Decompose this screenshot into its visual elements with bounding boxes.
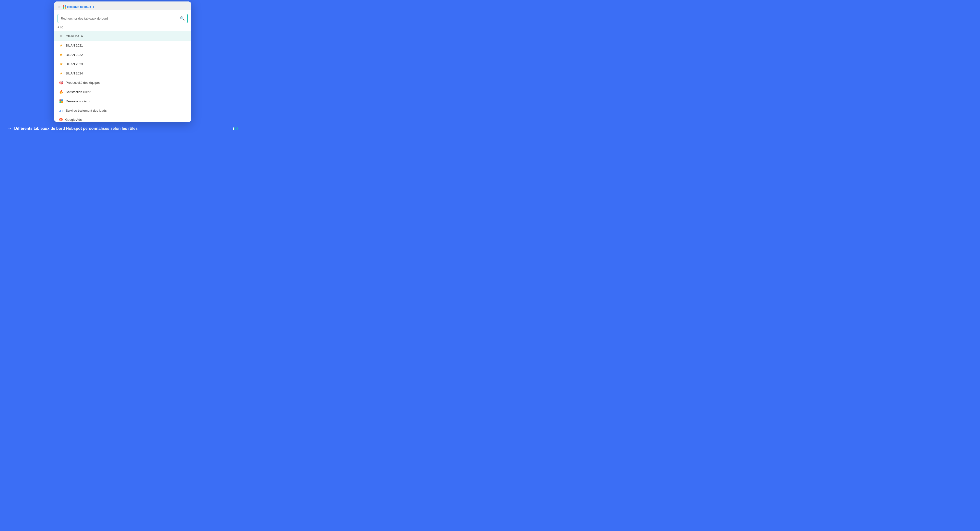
browser-window: ☆ Réseaux sociaux ▼ 🔍 + R [54, 2, 191, 122]
dropdown-item-bilan-2022[interactable]: ★BILAN 2022 [54, 50, 191, 59]
item-label: Productivité des équipes [66, 81, 100, 85]
window-wrapper: ☆ Réseaux sociaux ▼ 🔍 + R [54, 2, 191, 122]
footer-label: Différents tableaux de bord Hubspot pers… [14, 126, 138, 131]
search-input[interactable] [58, 15, 178, 22]
dropdown-item-suivi-leads[interactable]: Suivi du traitement des leads [54, 106, 191, 115]
logo-excl: D [234, 125, 238, 132]
bookmark-icon: ☆ [57, 5, 61, 9]
dropdown-item-reseaux-sociaux[interactable]: Réseaux sociaux [54, 97, 191, 106]
bar-chart-icon [59, 108, 64, 113]
item-label: Réseaux sociaux [66, 99, 90, 103]
item-label: BILAN 2021 [66, 44, 83, 47]
search-button[interactable]: 🔍 [178, 14, 187, 23]
grid-icon [59, 99, 64, 104]
star-icon: ★ [59, 62, 64, 66]
footer: → Différents tableaux de bord Hubspot pe… [0, 122, 245, 133]
search-box: 🔍 [57, 14, 188, 23]
dropdown-item-bilan-2023[interactable]: ★BILAN 2023 [54, 59, 191, 69]
item-label: BILAN 2022 [66, 53, 83, 57]
main-wrapper: ☆ Réseaux sociaux ▼ 🔍 + R [0, 0, 245, 122]
dropdown-item-productivite[interactable]: 🎯Productivité des équipes [54, 78, 191, 87]
dropdown-list[interactable]: ⚙Clean DATA★BILAN 2021★BILAN 2022★BILAN … [54, 31, 191, 122]
dropdown-item-clean-data[interactable]: ⚙Clean DATA [54, 31, 191, 41]
hubspot-tab-icon [63, 5, 66, 9]
target-icon: 🎯 [59, 80, 64, 85]
footer-logo: ID [233, 125, 238, 132]
tab-title: Réseaux sociaux ▼ [63, 5, 95, 9]
item-label: Google Ads [65, 118, 82, 121]
dropdown-item-google-ads[interactable]: h Google Ads [54, 115, 191, 122]
hs-header: + R [54, 23, 191, 31]
tab-label: Réseaux sociaux [67, 5, 91, 9]
svg-text:h: h [60, 118, 62, 121]
star-icon: ★ [59, 43, 64, 48]
search-area: 🔍 [54, 10, 191, 23]
dropdown-item-bilan-2021[interactable]: ★BILAN 2021 [54, 41, 191, 50]
star-icon: ★ [59, 53, 64, 57]
hubspot-icon: h [59, 118, 63, 121]
dropdown-item-bilan-2024[interactable]: ★BILAN 2024 [54, 69, 191, 78]
browser-topbar: ☆ Réseaux sociaux ▼ [54, 2, 191, 10]
item-label: Clean DATA [66, 34, 83, 38]
fire-icon: 🔥 [59, 90, 64, 94]
item-label: Suivi du traitement des leads [66, 109, 107, 112]
chevron-down-icon[interactable]: ▼ [92, 6, 95, 8]
star-icon: ★ [59, 71, 64, 75]
plus-icon: + R [57, 25, 63, 29]
item-label: BILAN 2024 [66, 72, 83, 75]
dropdown-item-satisfaction[interactable]: 🔥Satisfaction client [54, 87, 191, 97]
footer-text: → Différents tableaux de bord Hubspot pe… [7, 126, 138, 131]
item-label: Satisfaction client [66, 90, 91, 94]
gear-icon: ⚙ [59, 34, 64, 38]
footer-arrow-icon: → [7, 126, 12, 131]
item-label: BILAN 2023 [66, 62, 83, 66]
